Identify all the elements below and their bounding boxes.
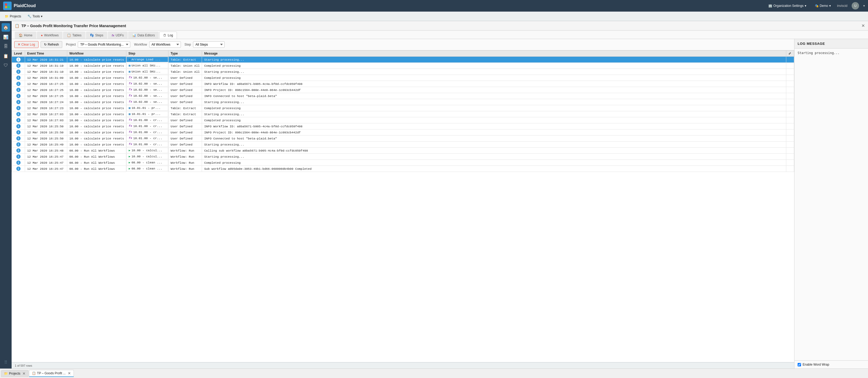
expand-all-icon[interactable]: ⤢ <box>788 52 791 55</box>
word-wrap-label[interactable]: Enable Word Wrap <box>803 363 829 367</box>
table-row[interactable]: i12 Mar 2020 16:27:2510.00 - calculate p… <box>12 87 794 93</box>
sidebar: 🏠 📊 🗄 📋 🛡 ⠿ <box>0 21 11 369</box>
nav-bar: 📁 Projects 🔧 Tools ▾ <box>0 11 868 21</box>
sidebar-chart-icon[interactable]: 📊 <box>2 33 10 41</box>
cell-step: ▦Arrange Load ... <box>126 57 168 62</box>
sidebar-grip-icon[interactable]: ⠿ <box>2 358 10 367</box>
cell-level: i <box>12 154 25 160</box>
table-row[interactable]: i12 Mar 2020 16:25:5010.00 - calculate p… <box>12 129 794 135</box>
nav-tools[interactable]: 🔧 Tools ▾ <box>25 13 45 19</box>
table-step-icon: ▦ <box>129 70 130 73</box>
cell-type: User Defined <box>168 75 202 81</box>
data-editors-tab-icon: 📊 <box>132 33 136 37</box>
cell-workflow: 00.00 - Run All Workflows <box>67 148 126 154</box>
cell-time: 12 Mar 2020 16:31:21 <box>25 57 67 63</box>
bottom-tab-tp[interactable]: 📋 TP – Goods Profit ... ✕ <box>29 370 74 377</box>
clear-log-label: Clear Log <box>21 43 35 46</box>
table-row[interactable]: i12 Mar 2020 16:31:2110.00 - calculate p… <box>12 57 794 63</box>
cell-expand <box>786 123 794 129</box>
bottom-tab-projects-close[interactable]: ✕ <box>23 371 26 376</box>
cell-step: ▶08.00 - clean ... <box>126 166 168 171</box>
cell-workflow: 10.00 - calculate price resets <box>67 63 126 69</box>
clear-log-x-icon: ✕ <box>18 43 20 46</box>
word-wrap-checkbox[interactable] <box>798 363 801 367</box>
doc-close-button[interactable]: ✕ <box>861 23 865 28</box>
cell-level: i <box>12 135 25 141</box>
bottom-tabs: 📁 Projects ✕ 📋 TP – Goods Profit ... ✕ <box>0 369 868 378</box>
table-row[interactable]: i12 Mar 2020 16:25:5010.00 - calculate p… <box>12 135 794 141</box>
tab-udfs[interactable]: fx UDFs <box>108 32 128 39</box>
col-header-level: Level <box>12 51 25 57</box>
cell-level: i <box>12 160 25 166</box>
tab-tables[interactable]: 📋 Tables <box>63 32 86 39</box>
table-row[interactable]: i12 Mar 2020 16:25:5010.00 - calculate p… <box>12 123 794 129</box>
user-chevron-icon[interactable]: ▾ <box>863 4 865 8</box>
step-text: 10.00 - calcul... <box>131 149 162 152</box>
sidebar-home-icon[interactable]: 🏠 <box>2 23 10 32</box>
cell-level: i <box>12 123 25 129</box>
cell-expand <box>786 87 794 93</box>
table-row[interactable]: i12 Mar 2020 16:25:4700.00 - Run All Wor… <box>12 166 794 172</box>
cell-time: 12 Mar 2020 16:25:47 <box>25 160 67 166</box>
table-row[interactable]: i12 Mar 2020 16:25:4910.00 - calculate p… <box>12 141 794 148</box>
avatar[interactable]: U <box>851 2 859 9</box>
step-select[interactable]: All Steps <box>193 41 225 48</box>
sidebar-layers-icon[interactable]: 📋 <box>2 52 10 60</box>
table-row[interactable]: i12 Mar 2020 16:25:4700.00 - Run All Wor… <box>12 160 794 166</box>
cell-type: User Defined <box>168 87 202 93</box>
cell-workflow: 10.00 - calculate price resets <box>67 141 126 148</box>
clear-log-button[interactable]: ✕ Clear Log <box>14 41 38 48</box>
table-row[interactable]: i12 Mar 2020 16:27:2510.00 - calculate p… <box>12 81 794 87</box>
cell-level: i <box>12 93 25 99</box>
table-row[interactable]: i12 Mar 2020 16:31:1010.00 - calculate p… <box>12 69 794 75</box>
cell-message: Completed processing <box>202 160 786 166</box>
cell-workflow: 00.00 - Run All Workflows <box>67 154 126 160</box>
sidebar-database-icon[interactable]: 🗄 <box>2 42 10 51</box>
table-row[interactable]: i12 Mar 2020 16:31:0910.00 - calculate p… <box>12 75 794 81</box>
tab-steps[interactable]: 👣 Steps <box>86 32 107 39</box>
org-settings-button[interactable]: 🏢 Organization Settings ▾ <box>766 3 808 9</box>
cell-step: fx10.01.00 - cr... <box>126 123 168 129</box>
tab-workflows[interactable]: ● Workflows <box>37 32 62 39</box>
cell-level: i <box>12 63 25 69</box>
table-row[interactable]: i12 Mar 2020 16:27:2310.00 - calculate p… <box>12 105 794 111</box>
tab-data-editors[interactable]: 📊 Data Editors <box>128 32 159 39</box>
cell-message: INFO Project ID: 096c1564-080e-44e8-864e… <box>202 87 786 93</box>
cell-level: i <box>12 166 25 172</box>
info-badge: i <box>17 118 21 122</box>
table-row[interactable]: i12 Mar 2020 16:31:1910.00 - calculate p… <box>12 63 794 69</box>
cell-message: INFO Workflow ID: a8ba5671-b905-4c4a-bf0… <box>202 81 786 87</box>
cell-workflow: 10.00 - calculate price resets <box>67 99 126 105</box>
logo-icon <box>3 2 11 10</box>
tab-log[interactable]: 🗒 Log <box>159 32 177 39</box>
cell-workflow: 10.00 - calculate price resets <box>67 111 126 117</box>
table-row[interactable]: i12 Mar 2020 16:27:2510.00 - calculate p… <box>12 93 794 99</box>
cell-message: INFO Connected to host "beta-plaid.beta" <box>202 135 786 141</box>
sidebar-shield-icon[interactable]: 🛡 <box>2 61 10 70</box>
svg-rect-3 <box>8 6 10 8</box>
tab-home[interactable]: 🏠 Home <box>15 32 36 39</box>
demo-button[interactable]: 🎭 Demo ▾ <box>813 3 833 9</box>
nav-projects[interactable]: 📁 Projects <box>2 13 24 19</box>
home-tab-icon: 🏠 <box>19 33 23 37</box>
table-row[interactable]: i12 Mar 2020 16:27:2410.00 - calculate p… <box>12 99 794 105</box>
table-row[interactable]: i12 Mar 2020 16:25:4700.00 - Run All Wor… <box>12 154 794 160</box>
project-select[interactable]: TP – Goods Profit Monitoring... <box>78 41 130 48</box>
bottom-tab-tp-close[interactable]: ✕ <box>68 371 71 375</box>
org-settings-icon: 🏢 <box>768 4 772 8</box>
workflow-select[interactable]: All Workflows <box>149 41 181 48</box>
bottom-tab-projects[interactable]: 📁 Projects ✕ <box>1 370 29 377</box>
cell-message: INFO Project ID: 096c1564-080e-44e8-864e… <box>202 129 786 135</box>
step-text: Union all SKU... <box>131 70 161 73</box>
cell-time: 12 Mar 2020 16:25:50 <box>25 129 67 135</box>
cell-time: 12 Mar 2020 16:25:47 <box>25 166 67 172</box>
table-row[interactable]: i12 Mar 2020 16:27:0310.00 - calculate p… <box>12 117 794 123</box>
table-row[interactable]: i12 Mar 2020 16:25:4800.00 - Run All Wor… <box>12 148 794 154</box>
project-label: Project <box>66 43 76 46</box>
cell-expand <box>786 141 794 148</box>
log-table-wrap[interactable]: Level Event Time Workflow Step Type Mess… <box>11 50 794 362</box>
table-row[interactable]: i12 Mar 2020 16:27:0310.00 - calculate p… <box>12 111 794 117</box>
cell-type: User Defined <box>168 129 202 135</box>
cell-level: i <box>12 141 25 148</box>
refresh-button[interactable]: ↻ Refresh <box>41 41 62 48</box>
